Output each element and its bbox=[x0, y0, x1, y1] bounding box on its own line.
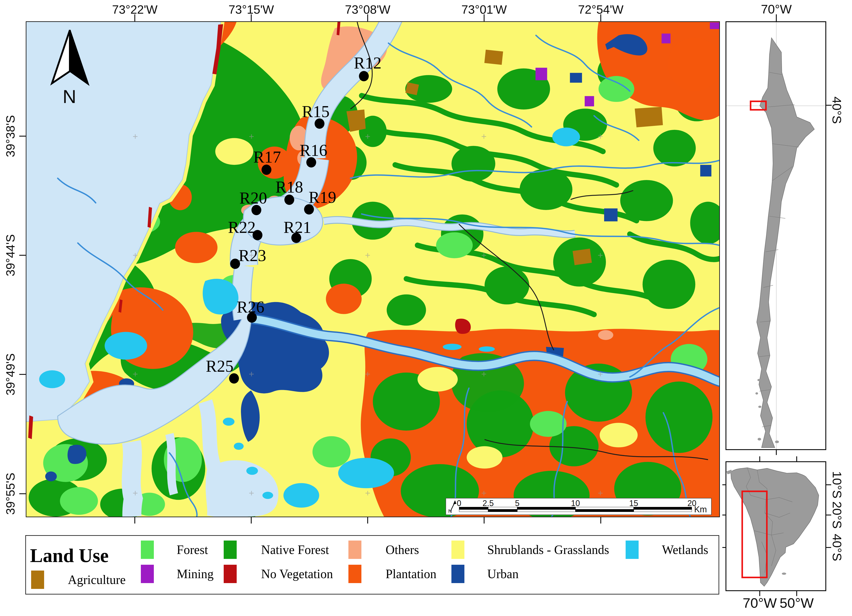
station-dot bbox=[359, 71, 369, 81]
sa-lat-tick-left bbox=[722, 484, 725, 485]
lon-tick bbox=[251, 14, 252, 21]
legend-swatch-forest bbox=[141, 541, 154, 559]
legend-swatch-native-forest bbox=[224, 541, 237, 559]
south-america-shape bbox=[731, 468, 819, 586]
legend-label: Forest bbox=[177, 542, 208, 557]
legend-label: Agriculture bbox=[68, 572, 125, 587]
falkland-islands bbox=[782, 572, 786, 575]
station-label: R16 bbox=[300, 142, 327, 159]
sa-lon-tick-top bbox=[796, 456, 797, 461]
scalebar-segment bbox=[576, 509, 634, 512]
chile-shape bbox=[757, 38, 814, 448]
lon-tick-bottom bbox=[367, 517, 368, 524]
lon-tick bbox=[483, 14, 485, 21]
legend-swatch-others bbox=[348, 541, 361, 559]
scalebar-segment bbox=[576, 507, 634, 509]
scalebar-segment bbox=[517, 507, 576, 509]
land-use-map bbox=[26, 22, 719, 516]
legend-label: Mining bbox=[177, 567, 214, 581]
legend-swatch-urban bbox=[452, 565, 464, 583]
chile-map bbox=[727, 22, 825, 449]
land-use-legend: Land Use AgricultureForestMiningNative F… bbox=[25, 535, 719, 595]
sa-lon-tick-top bbox=[759, 456, 760, 461]
lon-tick bbox=[134, 14, 135, 21]
chile-inset-lat-label: 40°S bbox=[829, 97, 844, 124]
lon-tick-bottom bbox=[134, 517, 135, 524]
main-map bbox=[26, 21, 720, 517]
station-label: R12 bbox=[354, 54, 381, 71]
legend-swatch-agriculture bbox=[31, 571, 44, 589]
legend-swatch-mining bbox=[141, 565, 154, 583]
sa-lat-label: 20°S bbox=[830, 501, 844, 529]
south-america-map bbox=[727, 462, 825, 590]
scalebar-north-label: N bbox=[448, 508, 452, 514]
station-label: R22 bbox=[228, 219, 255, 236]
legend-swatch-wetlands bbox=[625, 541, 639, 559]
lat-tick bbox=[19, 255, 26, 256]
lat-tick bbox=[19, 493, 26, 494]
scalebar-segment bbox=[517, 509, 576, 512]
lat-label: 39°49'S bbox=[3, 353, 17, 396]
lat-label: 39°55'S bbox=[3, 473, 17, 515]
scalebar-segment bbox=[634, 507, 692, 509]
sa-lat-label: 40°S bbox=[830, 534, 844, 561]
station-label: R19 bbox=[308, 189, 336, 205]
scalebar-segment bbox=[488, 509, 517, 512]
legend-label: Wetlands bbox=[662, 542, 708, 557]
lon-tick-bottom bbox=[483, 517, 485, 524]
legend-label: No Vegetation bbox=[261, 567, 333, 581]
scalebar-segment bbox=[459, 507, 488, 509]
lon-tick bbox=[600, 14, 601, 21]
lon-tick-bottom bbox=[600, 517, 601, 524]
lat-tick bbox=[19, 136, 26, 137]
scalebar-segment bbox=[459, 509, 488, 512]
lat-tick bbox=[19, 374, 26, 375]
chile-inset-map bbox=[725, 21, 826, 450]
scalebar-tick-label: 10 bbox=[571, 499, 580, 508]
chile-inset-bottom-tick bbox=[776, 450, 777, 455]
sa-lon-label: 50°W bbox=[779, 595, 814, 611]
sa-lat-label: 10°S bbox=[830, 471, 844, 498]
sa-lon-label: 70°W bbox=[743, 595, 777, 611]
legend-title: Land Use bbox=[30, 544, 109, 567]
scalebar-tick-label: 20 bbox=[687, 499, 696, 508]
legend-label: Native Forest bbox=[261, 542, 329, 557]
legend-swatch-no-vegetation bbox=[224, 565, 237, 583]
scalebar-tick-label: 2.5 bbox=[483, 499, 494, 508]
scalebar-tick-label: 15 bbox=[629, 499, 638, 508]
station-label: R20 bbox=[239, 190, 267, 206]
lat-label: 39°38'S bbox=[3, 115, 17, 157]
scalebar-segment bbox=[634, 509, 692, 512]
scalebar-segment bbox=[488, 507, 517, 509]
station-label: R15 bbox=[302, 103, 329, 120]
lat-label: 39°44'S bbox=[3, 234, 17, 276]
legend-label: Others bbox=[385, 542, 419, 557]
chile-inset-lat-tick bbox=[826, 105, 832, 106]
legend-label: Plantation bbox=[385, 567, 437, 581]
figure-page: { "colors": { "forest": "#57e657", "nati… bbox=[0, 0, 852, 616]
chile-inset-lon-label: 70°W bbox=[761, 2, 792, 17]
sa-lat-tick-left bbox=[722, 515, 725, 515]
station-label: R26 bbox=[237, 299, 264, 315]
lon-tick bbox=[367, 14, 368, 21]
scalebar-tick-label: 0 bbox=[457, 499, 461, 508]
station-label: R21 bbox=[284, 219, 311, 236]
sa-lat-tick-left bbox=[722, 547, 725, 548]
station-label: R25 bbox=[206, 358, 233, 374]
legend-swatch-plantation bbox=[348, 565, 361, 583]
north-arrow-label: N bbox=[63, 86, 76, 107]
scalebar: N Km 02.55101520 bbox=[446, 498, 712, 515]
chile-inset-lon-tick bbox=[776, 14, 777, 21]
legend-label: Shrublands - Grasslands bbox=[487, 542, 609, 557]
station-label: R17 bbox=[253, 149, 281, 165]
south-america-inset-map bbox=[725, 461, 826, 591]
scalebar-tick-label: 5 bbox=[515, 499, 520, 508]
lon-tick-bottom bbox=[251, 517, 252, 524]
north-arrow-icon bbox=[45, 25, 98, 89]
station-label: R18 bbox=[275, 179, 303, 195]
legend-label: Urban bbox=[487, 567, 518, 581]
legend-swatch-shrublands-grasslands bbox=[452, 541, 464, 559]
station-label: R23 bbox=[239, 247, 266, 264]
